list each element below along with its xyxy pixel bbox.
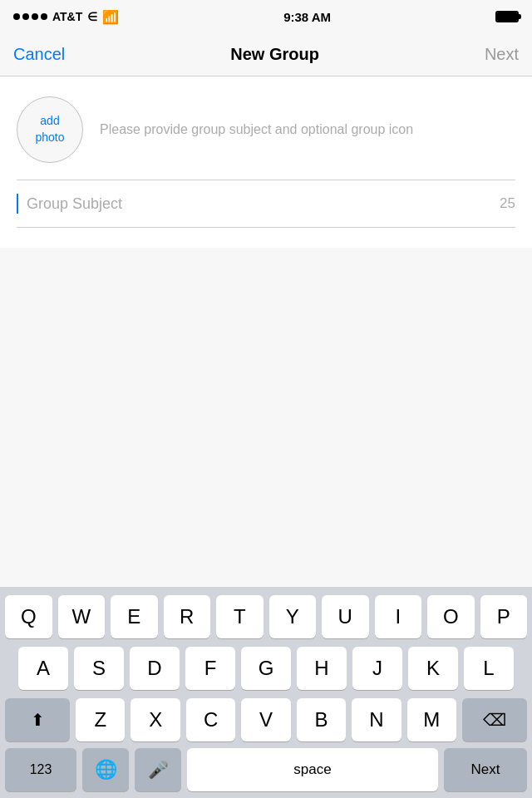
nav-bar: Cancel New Group Next [0, 33, 532, 76]
key-f[interactable]: F [185, 647, 235, 690]
key-t[interactable]: T [216, 595, 264, 638]
key-k[interactable]: K [408, 647, 458, 690]
keyboard-next-key[interactable]: Next [444, 748, 527, 791]
key-q[interactable]: Q [5, 595, 52, 638]
key-d[interactable]: D [130, 647, 180, 690]
key-b[interactable]: B [297, 698, 346, 741]
carrier-label: AT&T [52, 10, 82, 23]
keyboard-row-2: A S D F G H J K L [5, 647, 527, 690]
content-area: add photo Please provide group subject a… [0, 76, 532, 248]
status-right [495, 11, 519, 22]
key-a[interactable]: A [18, 647, 68, 690]
add-photo-label: add photo [35, 113, 64, 145]
key-h[interactable]: H [297, 647, 347, 690]
key-j[interactable]: J [352, 647, 402, 690]
keyboard: Q W E R T Y U I O P A S D F G H J K L ⬆ [0, 587, 532, 798]
signal-dot-2 [22, 13, 29, 20]
status-time: 9:38 AM [283, 10, 331, 24]
signal-dot-3 [32, 13, 38, 20]
signal-dot-1 [13, 13, 20, 20]
cancel-button[interactable]: Cancel [13, 45, 65, 64]
microphone-icon: 🎤 [148, 760, 169, 780]
space-label: space [293, 761, 331, 778]
add-photo-line1: add [40, 114, 59, 127]
key-m[interactable]: M [407, 698, 456, 741]
key-g[interactable]: G [241, 647, 291, 690]
keyboard-row-1: Q W E R T Y U I O P [5, 595, 527, 638]
text-cursor [17, 194, 18, 214]
delete-key[interactable]: ⌫ [462, 698, 527, 741]
key-u[interactable]: U [322, 595, 369, 638]
key-e[interactable]: E [111, 595, 158, 638]
status-left: AT&T ∈︎ 📶 [13, 9, 119, 25]
battery-icon [495, 11, 519, 22]
signal-dot-4 [41, 13, 47, 20]
globe-key[interactable]: 🌐 [82, 748, 129, 791]
key-p[interactable]: P [480, 595, 528, 638]
signal-dots [13, 13, 47, 20]
next-button[interactable]: Next [485, 45, 519, 64]
wifi-icon: ∈︎ [87, 10, 97, 23]
battery-fill [497, 12, 517, 21]
keyboard-next-label: Next [471, 761, 500, 778]
keyboard-bottom-row: 123 🌐 🎤 space Next [0, 745, 532, 798]
space-key[interactable]: space [187, 748, 438, 791]
key-s[interactable]: S [74, 647, 124, 690]
delete-icon: ⌫ [483, 710, 506, 730]
key-n[interactable]: N [352, 698, 401, 741]
wifi-symbol: 📶 [102, 9, 119, 25]
subject-row: Group Subject 25 [17, 180, 515, 228]
key-c[interactable]: C [186, 698, 235, 741]
group-info-row: add photo Please provide group subject a… [17, 96, 515, 180]
key-w[interactable]: W [58, 595, 106, 638]
key-x[interactable]: X [131, 698, 180, 741]
status-bar: AT&T ∈︎ 📶 9:38 AM [0, 0, 532, 33]
numbers-label: 123 [30, 762, 52, 777]
key-z[interactable]: Z [76, 698, 125, 741]
keyboard-rows: Q W E R T Y U I O P A S D F G H J K L ⬆ [0, 587, 532, 745]
add-photo-line2: photo [35, 131, 64, 144]
microphone-key[interactable]: 🎤 [135, 748, 181, 791]
key-l[interactable]: L [464, 647, 514, 690]
key-i[interactable]: I [375, 595, 422, 638]
group-description: Please provide group subject and optiona… [100, 120, 413, 140]
globe-icon: 🌐 [95, 759, 117, 781]
numbers-key[interactable]: 123 [5, 748, 76, 791]
key-o[interactable]: O [427, 595, 475, 638]
subject-placeholder[interactable]: Group Subject [27, 195, 491, 213]
subject-count: 25 [500, 195, 515, 212]
shift-icon: ⬆ [31, 710, 45, 730]
key-v[interactable]: V [241, 698, 290, 741]
shift-key[interactable]: ⬆ [5, 698, 70, 741]
key-r[interactable]: R [164, 595, 211, 638]
page-title: New Group [230, 45, 319, 64]
key-y[interactable]: Y [269, 595, 317, 638]
keyboard-row-3: ⬆ Z X C V B N M ⌫ [5, 698, 527, 741]
add-photo-button[interactable]: add photo [17, 96, 83, 163]
